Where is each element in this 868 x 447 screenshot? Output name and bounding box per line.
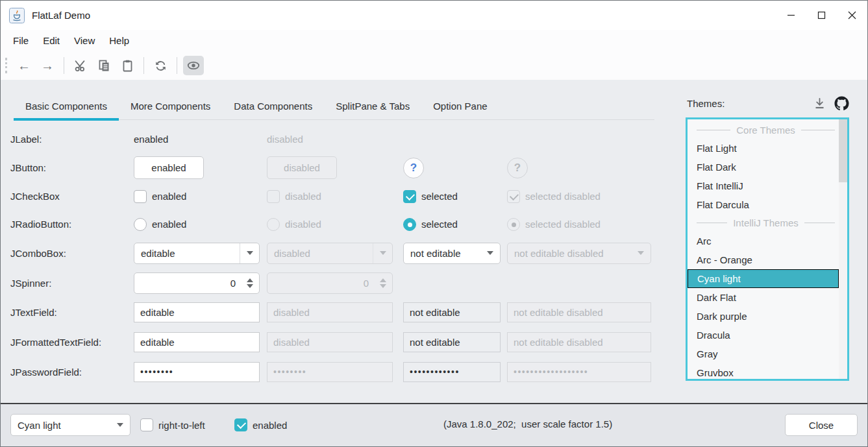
checkbox-icon[interactable] (134, 190, 147, 203)
spinner-up-icon (380, 278, 386, 282)
show-hidden-toggle-button[interactable] (183, 56, 204, 75)
checkbox-checked-icon[interactable] (234, 418, 247, 431)
theme-item-flat-light[interactable]: Flat Light (688, 139, 839, 158)
toolbar-separator (177, 57, 177, 74)
combobox-editable[interactable]: editable (134, 243, 260, 264)
main-content: Basic Components More Components Data Co… (1, 80, 867, 403)
scissors-icon (74, 59, 88, 73)
copy-button[interactable] (93, 56, 114, 75)
checkbox-selected[interactable]: selected (403, 190, 458, 203)
back-arrow-icon: ← (18, 58, 31, 73)
minimize-button[interactable] (776, 1, 806, 30)
themes-header: Themes: (687, 95, 849, 112)
chevron-down-icon (117, 423, 123, 427)
textfield-not-editable[interactable]: not editable (403, 302, 501, 322)
combobox-arrow-button[interactable] (240, 243, 259, 263)
jformattedtextfield-row-label: JFormattedTextField: (10, 337, 101, 348)
titlebar: FlatLaf Demo (1, 1, 867, 30)
theme-item-gray[interactable]: Gray (688, 344, 839, 363)
toolbar-separator (64, 57, 64, 74)
textfield-not-editable-disabled: not editable disabled (507, 302, 651, 322)
spinner-enabled[interactable]: 0 (134, 272, 260, 294)
copy-icon (97, 59, 111, 73)
checkbox-icon[interactable] (140, 418, 153, 431)
window-title: FlatLaf Demo (32, 10, 90, 21)
checkbox-checked-icon[interactable] (403, 190, 416, 203)
radio-selected-icon[interactable] (403, 218, 416, 231)
theme-item-dark-flat[interactable]: Dark Flat (688, 288, 839, 307)
menu-help[interactable]: Help (102, 30, 136, 51)
laf-combobox[interactable]: Cyan light (10, 414, 130, 436)
theme-item-dracula[interactable]: Dracula (688, 326, 839, 344)
question-mark-icon: ? (410, 162, 417, 175)
spinner-down-icon[interactable] (247, 284, 253, 288)
forward-button[interactable]: → (37, 56, 58, 75)
maximize-button[interactable] (806, 1, 837, 30)
toolbar-separator (143, 57, 144, 74)
toolbar: ← → (1, 51, 867, 80)
theme-item-arc-orange[interactable]: Arc - Orange (688, 250, 839, 269)
java-logo-icon (9, 8, 25, 23)
toolbar-grip[interactable] (5, 58, 7, 73)
paste-button[interactable] (117, 56, 138, 75)
formattedfield-editable[interactable]: editable (134, 332, 260, 352)
close-window-button[interactable] (837, 1, 867, 30)
tab-more-components[interactable]: More Components (119, 91, 222, 120)
radio-selected-disabled: selected disabled (507, 218, 601, 231)
tab-basic-components[interactable]: Basic Components (14, 91, 119, 120)
textfield-editable[interactable]: editable (134, 302, 260, 322)
download-icon[interactable] (813, 97, 826, 110)
theme-item-dark-purple[interactable]: Dark purple (688, 307, 839, 326)
cut-button[interactable] (70, 56, 91, 75)
menu-edit[interactable]: Edit (36, 30, 67, 51)
theme-item-flat-intellij[interactable]: Flat IntelliJ (688, 176, 839, 195)
tab-splitpane-tabs[interactable]: SplitPane & Tabs (324, 91, 421, 120)
radio-enabled[interactable]: enabled (134, 218, 186, 231)
refresh-button[interactable] (150, 56, 171, 75)
jcombobox-row-label: JComboBox: (10, 248, 66, 259)
menu-view[interactable]: View (67, 30, 102, 51)
back-button[interactable]: ← (14, 56, 34, 75)
github-icon[interactable] (834, 96, 849, 111)
theme-item-gruvbox[interactable]: Gruvbox (688, 363, 839, 379)
jlabel-disabled: disabled (267, 134, 303, 145)
themes-scrollbar-thumb[interactable] (839, 119, 847, 182)
theme-item-flat-dark[interactable]: Flat Dark (688, 158, 839, 176)
checkbox-checked-icon (507, 190, 520, 203)
combobox-arrow-button[interactable] (480, 243, 500, 263)
tab-option-pane[interactable]: Option Pane (421, 91, 499, 120)
spinner-disabled: 0 (267, 272, 393, 294)
spinner-up-icon[interactable] (247, 278, 253, 282)
passwordfield-not-editable-disabled: •••••••••••••••••• (507, 362, 651, 382)
radio-icon[interactable] (134, 218, 147, 231)
theme-item-arc[interactable]: Arc (688, 232, 839, 250)
jpasswordfield-row-label: JPasswordField: (10, 367, 82, 378)
theme-item-cyan-light[interactable]: Cyan light (688, 269, 839, 288)
spinner-arrows[interactable] (241, 273, 259, 293)
help-button[interactable]: ? (403, 158, 424, 178)
clipboard-icon (121, 59, 134, 73)
themes-list: Core Themes Flat Light Flat Dark Flat In… (686, 117, 849, 381)
checkbox-enabled[interactable]: enabled (134, 190, 186, 203)
jbutton-enabled[interactable]: enabled (134, 156, 204, 179)
tab-data-components[interactable]: Data Components (222, 91, 324, 120)
right-to-left-checkbox[interactable]: right-to-left (140, 418, 205, 431)
passwordfield-not-editable[interactable]: •••••••••••• (403, 362, 501, 382)
close-button[interactable]: Close (785, 414, 858, 436)
chevron-down-icon (380, 251, 386, 255)
passwordfield-editable[interactable]: •••••••• (134, 362, 260, 382)
formattedfield-not-editable[interactable]: not editable (403, 332, 501, 352)
jtextfield-row-label: JTextField: (10, 307, 57, 318)
radio-selected[interactable]: selected (403, 218, 458, 231)
themes-label: Themes: (687, 98, 725, 109)
themes-scrollbar[interactable] (839, 119, 847, 379)
question-mark-icon: ? (514, 162, 521, 175)
combobox-disabled: disabled (267, 243, 393, 264)
jlabel-enabled: enabled (134, 134, 168, 145)
enabled-checkbox[interactable]: enabled (234, 418, 287, 431)
menu-file[interactable]: File (6, 30, 36, 51)
combobox-not-editable[interactable]: not editable (403, 243, 501, 264)
theme-item-flat-darcula[interactable]: Flat Darcula (688, 195, 839, 214)
textfield-disabled: disabled (267, 302, 393, 322)
checkbox-disabled: disabled (267, 190, 321, 203)
